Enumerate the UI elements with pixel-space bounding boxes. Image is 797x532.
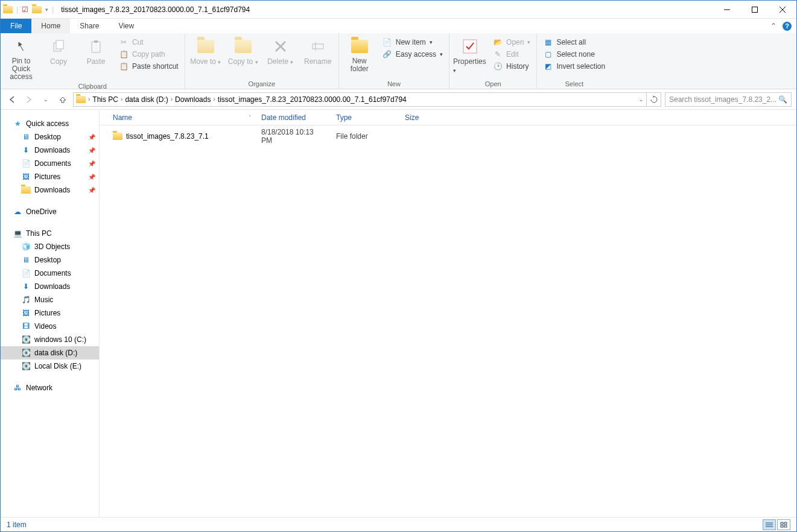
search-input[interactable]: Search tissot_images_7.8.23_2... 🔍	[665, 92, 792, 107]
pin-to-quick-access-button[interactable]: Pin to Quick access	[4, 36, 38, 81]
close-button[interactable]	[769, 1, 796, 19]
forward-button[interactable]	[22, 93, 36, 106]
svg-rect-19	[784, 525, 787, 527]
crumb-3[interactable]: ›tissot_images_7.8.23_20170823.0000.00_7…	[213, 95, 406, 104]
search-placeholder: Search tissot_images_7.8.23_2...	[669, 95, 778, 104]
address-bar[interactable]: ›This PC ›data disk (D:) ›Downloads ›tis…	[73, 92, 647, 107]
group-select-label: Select	[541, 79, 608, 89]
nav-downloads[interactable]: ⬇Downloads	[1, 280, 99, 293]
search-icon: 🔍	[778, 95, 787, 104]
nav-drive-d[interactable]: 💽data disk (D:)	[1, 346, 99, 359]
qat-folder-icon[interactable]	[32, 6, 42, 13]
drive-icon: 💽	[21, 361, 31, 371]
edit-button[interactable]: ✎Edit	[491, 49, 533, 60]
delete-button[interactable]: Delete ▾	[264, 36, 297, 66]
details-view-button[interactable]	[763, 519, 776, 530]
download-icon: ⬇	[21, 145, 31, 155]
crumb-1[interactable]: ›data disk (D:)	[121, 95, 168, 104]
ribbon: Pin to Quick access Copy Paste ✂Cut 📋Cop…	[1, 33, 796, 89]
select-none-button[interactable]: ▢Select none	[541, 49, 608, 60]
up-button[interactable]	[56, 93, 69, 106]
new-folder-button[interactable]: New folder	[343, 36, 376, 73]
paste-button[interactable]: Paste	[79, 36, 113, 66]
file-list: Name˄ Date modified Type Size tissot_ima…	[100, 110, 796, 517]
collapse-ribbon-icon[interactable]: ⌃	[770, 22, 776, 30]
tab-view[interactable]: View	[109, 19, 144, 33]
tab-home[interactable]: Home	[31, 19, 70, 33]
navigation-tree[interactable]: ★Quick access 🖥Desktop📌 ⬇Downloads📌 📄Doc…	[1, 110, 100, 517]
tab-file[interactable]: File	[1, 19, 31, 33]
copy-button[interactable]: Copy	[42, 36, 75, 66]
select-all-button[interactable]: ▦Select all	[541, 37, 608, 48]
col-date[interactable]: Date modified	[256, 113, 331, 122]
nav-music[interactable]: 🎵Music	[1, 293, 99, 306]
help-icon[interactable]: ?	[783, 22, 792, 31]
nav-this-pc[interactable]: 💻This PC	[1, 227, 99, 240]
col-name[interactable]: Name˄	[108, 113, 256, 122]
open-button[interactable]: 📂Open ▾	[491, 37, 533, 48]
invert-selection-button[interactable]: ◩Invert selection	[541, 61, 608, 72]
back-button[interactable]	[5, 93, 19, 106]
copy-to-button[interactable]: Copy to ▾	[226, 36, 260, 66]
maximize-button[interactable]	[741, 1, 769, 19]
nav-network[interactable]: 🖧Network	[1, 381, 99, 394]
open-icon: 📂	[493, 37, 503, 47]
recent-dropdown[interactable]: ⌄	[39, 93, 52, 106]
copy-path-icon: 📋	[119, 49, 129, 59]
drive-icon: 💽	[21, 348, 31, 358]
nav-documents[interactable]: 📄Documents	[1, 267, 99, 280]
history-icon: 🕑	[493, 62, 503, 71]
move-to-button[interactable]: Move to ▾	[189, 36, 223, 66]
svg-rect-1	[752, 7, 758, 12]
pin-icon: 📌	[88, 134, 95, 141]
address-dropdown-icon[interactable]: ⌄	[639, 97, 644, 103]
nav-drive-c[interactable]: 💽windows 10 (C:)	[1, 333, 99, 346]
documents-icon: 📄	[21, 268, 31, 278]
qat-dropdown-icon[interactable]: ▾	[45, 7, 48, 13]
group-new: New folder 📄New item ▾ 🔗Easy access ▾ Ne…	[339, 33, 449, 89]
qat-checkbox-icon[interactable]: ☑	[22, 5, 28, 14]
nav-qa-documents[interactable]: 📄Documents📌	[1, 157, 99, 170]
svg-rect-17	[784, 522, 787, 524]
nav-qa-desktop[interactable]: 🖥Desktop📌	[1, 130, 99, 144]
select-none-icon: ▢	[543, 49, 553, 59]
nav-onedrive[interactable]: ☁OneDrive	[1, 205, 99, 218]
nav-desktop[interactable]: 🖥Desktop	[1, 253, 99, 267]
delete-label: Delete ▾	[267, 57, 293, 66]
nav-videos[interactable]: 🎞Videos	[1, 320, 99, 333]
new-item-button[interactable]: 📄New item ▾	[380, 37, 445, 48]
copy-path-button[interactable]: 📋Copy path	[116, 49, 181, 60]
nav-qa-pictures[interactable]: 🖼Pictures📌	[1, 170, 99, 183]
nav-drive-e[interactable]: 💽Local Disk (E:)	[1, 359, 99, 373]
tab-share[interactable]: Share	[70, 19, 109, 33]
nav-pictures[interactable]: 🖼Pictures	[1, 306, 99, 320]
rename-button[interactable]: Rename	[301, 36, 335, 66]
move-to-label: Move to ▾	[190, 57, 221, 66]
easy-access-button[interactable]: 🔗Easy access ▾	[380, 49, 445, 60]
large-icons-view-button[interactable]	[777, 519, 790, 530]
col-size[interactable]: Size	[400, 113, 436, 122]
crumb-0[interactable]: ›This PC	[88, 95, 118, 104]
folder-icon	[113, 133, 122, 140]
col-type[interactable]: Type	[331, 113, 400, 122]
nav-qa-downloads2[interactable]: Downloads📌	[1, 183, 99, 197]
svg-rect-7	[94, 40, 98, 43]
svg-rect-16	[781, 522, 783, 524]
history-button[interactable]: 🕑History	[491, 61, 533, 72]
file-row[interactable]: tissot_images_7.8.23_7.1 8/18/2018 10:13…	[100, 125, 796, 147]
pin-icon: 📌	[88, 160, 95, 167]
properties-button[interactable]: Properties ▾	[453, 36, 487, 74]
nav-qa-downloads[interactable]: ⬇Downloads📌	[1, 144, 99, 157]
crumb-2[interactable]: ›Downloads	[171, 95, 211, 104]
minimize-button[interactable]	[713, 1, 741, 19]
download-icon: ⬇	[21, 282, 31, 291]
paste-shortcut-button[interactable]: 📋Paste shortcut	[116, 61, 181, 72]
nav-3d-objects[interactable]: 🧊3D Objects	[1, 240, 99, 253]
chevron-right-icon: ›	[121, 96, 122, 103]
group-select: ▦Select all ▢Select none ◩Invert selecti…	[537, 33, 611, 89]
refresh-button[interactable]	[647, 92, 661, 107]
nav-quick-access[interactable]: ★Quick access	[1, 117, 99, 130]
qat-separator2: |	[52, 5, 54, 14]
cloud-icon: ☁	[13, 207, 22, 217]
cut-button[interactable]: ✂Cut	[116, 37, 181, 48]
